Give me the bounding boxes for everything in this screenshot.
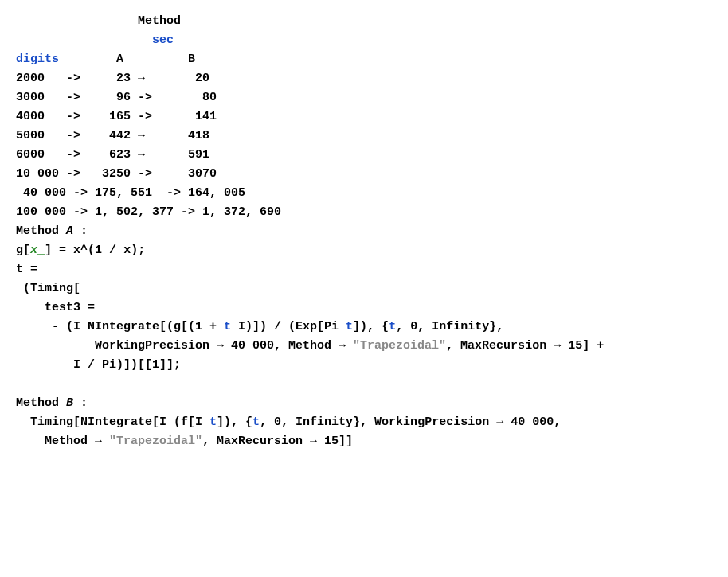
table-row: 5000 -> 442 → 418 xyxy=(16,127,712,146)
header-sec: sec xyxy=(16,31,712,50)
table-row: 100 000 -> 1, 502, 377 -> 1, 372, 690 xyxy=(16,203,712,222)
table-row: 40 000 -> 175, 551 -> 164, 005 xyxy=(16,184,712,203)
sec-label: sec xyxy=(152,33,174,47)
t-assign: t = xyxy=(16,260,712,279)
test3-assign: test3 = xyxy=(16,298,712,318)
string-trapezoidal: "Trapezoidal" xyxy=(353,339,446,353)
nintegrate-line: - (I NIntegrate[(g[(1 + t I)]) / (Exp[Pi… xyxy=(16,318,712,337)
header-columns: digits A B xyxy=(16,50,712,69)
method-a-label: Method A : xyxy=(16,222,712,241)
timing-open: (Timing[ xyxy=(16,279,712,298)
col-b: B xyxy=(188,53,195,66)
string-trapezoidal: "Trapezoidal" xyxy=(109,435,202,448)
table-row: 3000 -> 96 -> 80 xyxy=(16,88,712,107)
var-t: t xyxy=(389,320,396,333)
pattern-x: x xyxy=(30,244,37,257)
blank-line xyxy=(16,375,712,394)
method-b-letter: B xyxy=(66,396,73,410)
table-row: 4000 -> 165 -> 141 xyxy=(16,107,712,127)
wide-table-rows: 40 000 -> 175, 551 -> 164, 005100 000 ->… xyxy=(16,184,712,222)
var-t: t xyxy=(209,415,217,429)
timing-table: 2000 -> 23 → 203000 -> 96 -> 804000 -> 1… xyxy=(16,69,712,184)
method-b-line1: Timing[NIntegrate[I (f[I t]), {t, 0, Inf… xyxy=(16,413,712,432)
method-a-letter: A xyxy=(66,224,73,238)
table-row: 2000 -> 23 → 20 xyxy=(16,69,712,88)
var-t: t xyxy=(224,320,231,333)
var-t: t xyxy=(346,320,353,333)
table-row: 6000 -> 623 → 591 xyxy=(16,146,712,165)
header-method: Method xyxy=(16,12,712,31)
table-row: 10 000 -> 3250 -> 3070 xyxy=(16,165,712,184)
working-precision-line: WorkingPrecision → 40 000, Method → "Tra… xyxy=(16,337,712,356)
method-b-line2: Method → "Trapezoidal", MaxRecursion → 1… xyxy=(16,432,712,451)
col-a: A xyxy=(116,53,123,66)
method-b-label: Method B : xyxy=(16,394,712,413)
digits-label: digits xyxy=(16,53,59,66)
var-t: t xyxy=(252,415,260,429)
g-definition: g[x_] = x^(1 / x); xyxy=(16,241,712,260)
i-over-pi-line: I / Pi)])[[1]]; xyxy=(16,356,712,375)
method-label: Method xyxy=(138,14,181,28)
